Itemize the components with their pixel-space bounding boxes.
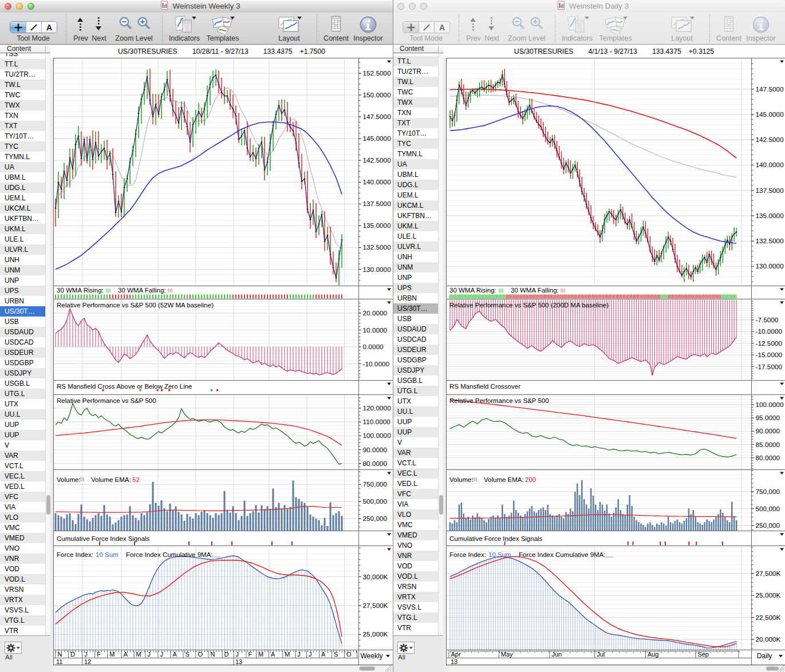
svg-text:12: 12 [84, 658, 91, 665]
svg-text:O: O [346, 651, 352, 658]
svg-text:137.5000: 137.5000 [756, 187, 784, 195]
svg-text:Relative Performance vs S&P 50: Relative Performance vs S&P 500 (52W MA … [57, 302, 214, 309]
svg-text:52: 52 [132, 476, 140, 483]
svg-text:132.5000: 132.5000 [363, 243, 392, 251]
svg-text:M: M [109, 651, 115, 658]
svg-text:-17.5000: -17.5000 [756, 363, 783, 371]
svg-text:95.0000: 95.0000 [756, 414, 780, 422]
svg-text:Relative Performance vs S&P 50: Relative Performance vs S&P 500 [57, 397, 156, 404]
svg-text:140.0000: 140.0000 [756, 161, 784, 169]
svg-text:Force Index Cumulative 9MA:: Force Index Cumulative 9MA: [519, 551, 605, 558]
svg-text:13: 13 [235, 658, 242, 665]
svg-text:30 WMA Falling:: 30 WMA Falling: [511, 287, 559, 294]
svg-text:Force Index:: Force Index: [449, 551, 486, 558]
svg-text:200: 200 [525, 476, 536, 483]
svg-text:Apr: Apr [451, 651, 461, 658]
svg-text:100.0000: 100.0000 [363, 432, 392, 440]
svg-text:20,000K: 20,000K [756, 635, 781, 643]
svg-text:N: N [58, 651, 62, 658]
svg-text:130.0000: 130.0000 [756, 262, 784, 270]
svg-text:132.5000: 132.5000 [756, 237, 784, 245]
svg-text:RS Mansfield Cross Above or Be: RS Mansfield Cross Above or Below Zero L… [57, 383, 192, 390]
svg-text:Weekly: Weekly [360, 652, 382, 660]
svg-text:25,000K: 25,000K [363, 630, 388, 638]
svg-text:13: 13 [451, 658, 457, 665]
svg-text:A: A [172, 651, 177, 658]
svg-text:A: A [271, 651, 275, 658]
svg-text:J: J [147, 651, 151, 658]
svg-text:S: S [185, 651, 189, 658]
svg-text:145.0000: 145.0000 [756, 110, 784, 118]
svg-text:500,000: 500,000 [363, 497, 388, 505]
svg-text:D: D [70, 651, 75, 658]
svg-text:152.5000: 152.5000 [363, 69, 392, 77]
svg-text:Volume:: Volume: [449, 476, 474, 483]
svg-text:RS Mansfield Crossover: RS Mansfield Crossover [449, 383, 520, 390]
svg-text:M: M [136, 651, 141, 658]
svg-text:Volume EMA:: Volume EMA: [484, 476, 524, 483]
svg-text:500,000: 500,000 [756, 505, 780, 513]
svg-text:142.5000: 142.5000 [363, 156, 392, 164]
svg-text:S: S [334, 651, 338, 658]
svg-text:-10.0000: -10.0000 [756, 327, 783, 335]
svg-text:J: J [160, 651, 163, 658]
svg-text:J: J [236, 651, 239, 658]
svg-text:J: J [84, 651, 88, 658]
svg-text:10 Sum: 10 Sum [488, 551, 511, 558]
svg-text:Volume:: Volume: [57, 476, 81, 483]
svg-text:N: N [210, 651, 215, 658]
svg-text:-12.5000: -12.5000 [756, 339, 783, 347]
svg-text:20.0000: 20.0000 [363, 309, 388, 317]
svg-text:130.0000: 130.0000 [363, 266, 392, 274]
svg-text:27,500K: 27,500K [363, 602, 388, 610]
svg-text:Relative Performance vs S&P 50: Relative Performance vs S&P 500 (200D MA… [449, 302, 609, 309]
svg-text:-10.0000: -10.0000 [363, 360, 390, 368]
svg-text:30 WMA Rising:: 30 WMA Rising: [449, 287, 496, 294]
svg-text:M: M [258, 651, 263, 658]
svg-text:Jun: Jun [551, 651, 562, 658]
svg-text:J: J [309, 651, 312, 658]
svg-text:135.0000: 135.0000 [756, 212, 784, 220]
svg-text:J: J [297, 651, 301, 658]
svg-text:150.0000: 150.0000 [363, 91, 392, 99]
svg-text:Aug: Aug [648, 651, 659, 658]
svg-text:80.0000: 80.0000 [756, 454, 780, 462]
svg-text:250,000: 250,000 [363, 515, 388, 523]
svg-text:100.0000: 100.0000 [756, 401, 784, 409]
svg-text:140.0000: 140.0000 [363, 178, 392, 186]
svg-text:O: O [198, 651, 203, 658]
svg-text:147.5000: 147.5000 [756, 85, 784, 93]
svg-text:137.5000: 137.5000 [363, 200, 392, 208]
svg-text:30 WMA Falling:: 30 WMA Falling: [118, 287, 166, 294]
svg-text:750,000: 750,000 [756, 488, 780, 496]
svg-text:Force Index Cumulative 9MA:: Force Index Cumulative 9MA: [126, 551, 212, 558]
svg-text:110.0000: 110.0000 [363, 418, 391, 426]
svg-text:10 Sum: 10 Sum [96, 551, 119, 558]
svg-text:90.0000: 90.0000 [756, 427, 780, 435]
svg-text:Sep: Sep [697, 651, 709, 658]
svg-text:27,500K: 27,500K [756, 570, 781, 578]
svg-text:-15.0000: -15.0000 [756, 351, 783, 359]
svg-text:10.0000: 10.0000 [363, 326, 388, 334]
svg-text:A: A [321, 651, 326, 658]
svg-text:22,500K: 22,500K [756, 614, 781, 622]
svg-text:Cumulative Force Index Signals: Cumulative Force Index Signals [449, 535, 543, 542]
svg-text:-7.5000: -7.5000 [756, 316, 779, 324]
svg-text:145.0000: 145.0000 [363, 135, 392, 143]
svg-text:120.0000: 120.0000 [363, 404, 392, 412]
svg-text:135.0000: 135.0000 [363, 222, 392, 230]
svg-text:Volume EMA:: Volume EMA: [91, 476, 131, 483]
svg-text:Daily: Daily [757, 652, 772, 660]
svg-text:30 WMA Rising:: 30 WMA Rising: [57, 287, 104, 294]
svg-text:85.0000: 85.0000 [756, 441, 780, 449]
svg-text:11: 11 [56, 658, 62, 665]
svg-text:Jul: Jul [597, 651, 605, 658]
svg-text:M: M [285, 651, 290, 658]
svg-text:Cumulative Force Index Signals: Cumulative Force Index Signals [57, 535, 150, 542]
svg-text:F: F [97, 651, 101, 658]
svg-text:750,000: 750,000 [363, 480, 388, 488]
svg-text:142.5000: 142.5000 [756, 136, 784, 144]
svg-text:May: May [501, 651, 513, 658]
svg-text:90.0000: 90.0000 [363, 446, 388, 454]
svg-text:F: F [248, 651, 253, 658]
